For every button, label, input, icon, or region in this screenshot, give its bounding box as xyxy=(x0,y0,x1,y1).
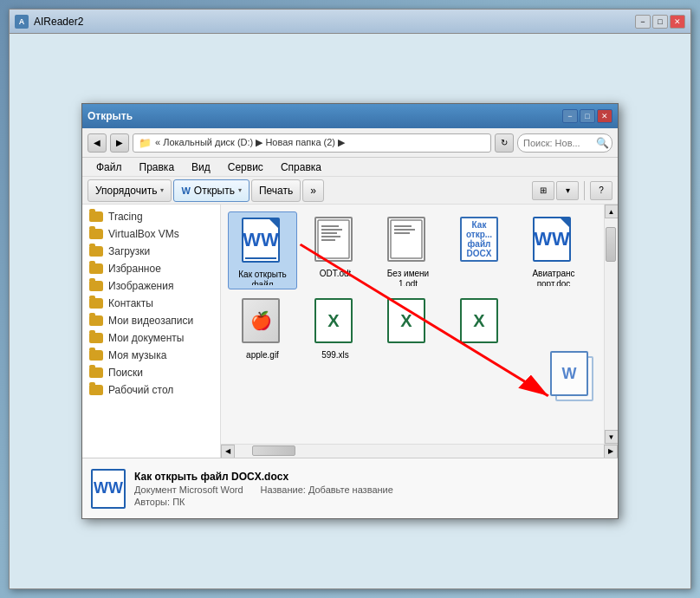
sidebar-item-searches[interactable]: Поиски xyxy=(82,364,220,381)
menu-view[interactable]: Вид xyxy=(185,159,217,175)
sidebar-label-tracing: Tracing xyxy=(108,211,143,223)
print-button[interactable]: Печать xyxy=(251,179,301,202)
svg-rect-4 xyxy=(321,236,340,237)
scroll-thumb[interactable] xyxy=(606,227,616,262)
scroll-track[interactable] xyxy=(605,218,619,430)
file-item-xls2[interactable]: X xyxy=(373,293,443,371)
file-item-preview[interactable]: Как откр... файл DOCX xyxy=(446,211,515,289)
file-area-inner: W Как открыть файл DOCX.docx xyxy=(221,205,618,444)
sidebar: Tracing VirtualBox VMs Загрузки Избранно… xyxy=(82,205,221,458)
file-label-odt2: Без имени 1.odt xyxy=(377,269,439,286)
file-label-doc: Авиатранс порт.doc xyxy=(522,269,585,286)
file-label-gif: apple.gif xyxy=(246,350,279,361)
svg-rect-2 xyxy=(321,229,342,231)
address-text: « Локальный диск (D:) ▶ Новая папка (2) … xyxy=(155,137,345,148)
sidebar-label-contacts: Контакты xyxy=(108,297,153,309)
view-dropdown-button[interactable]: ▾ xyxy=(556,181,579,200)
file-label-docx: Как открыть файл DOCX.docx xyxy=(232,270,293,285)
folder-icon: 📁 xyxy=(139,137,152,149)
sidebar-item-desktop[interactable]: Рабочий стол xyxy=(82,381,220,399)
address-path[interactable]: 📁 « Локальный диск (D:) ▶ Новая папка (2… xyxy=(133,133,491,153)
horizontal-scrollbar[interactable]: ◀ ▶ xyxy=(221,444,618,458)
file-item-gif[interactable]: 🍎 apple.gif xyxy=(228,293,297,371)
hscroll-track[interactable] xyxy=(235,445,604,458)
file-item-odt2[interactable]: Без имени 1.odt xyxy=(373,211,443,289)
status-name-value: Добавьте название xyxy=(308,484,393,495)
scroll-left-button[interactable]: ◀ xyxy=(221,445,235,458)
search-input[interactable] xyxy=(523,138,593,148)
status-doctype: Документ Microsoft Word xyxy=(134,484,243,495)
status-authors-label: Авторы: xyxy=(134,497,170,507)
sidebar-item-videos[interactable]: Мои видеозаписи xyxy=(82,312,220,329)
scroll-right-button[interactable]: ▶ xyxy=(604,445,618,458)
file-grid: W Как открыть файл DOCX.docx xyxy=(221,205,604,444)
more-label: » xyxy=(310,185,316,197)
toolbar: Упорядочить ▾ W Открыть ▾ Печать » ⊞ xyxy=(82,177,618,205)
search-icon: 🔍 xyxy=(596,137,609,149)
sidebar-item-downloads[interactable]: Загрузки xyxy=(82,243,220,260)
status-info: Как открыть файл DOCX.docx Документ Micr… xyxy=(134,471,393,507)
folder-icon-tracing xyxy=(89,211,103,222)
dialog-minimize-button[interactable]: − xyxy=(562,109,578,123)
sidebar-label-documents: Мои документы xyxy=(108,332,184,344)
sidebar-item-contacts[interactable]: Контакты xyxy=(82,295,220,312)
open-button[interactable]: W Открыть ▾ xyxy=(173,179,250,202)
outer-title: AIReader2 xyxy=(34,16,635,28)
scroll-up-button[interactable]: ▲ xyxy=(605,205,619,218)
menu-help[interactable]: Справка xyxy=(274,159,328,175)
sidebar-item-favorites[interactable]: Избранное xyxy=(82,260,220,277)
forward-button[interactable]: ▶ xyxy=(110,133,129,153)
dialog-titlebar: Открыть − □ ✕ xyxy=(82,104,618,128)
menu-bar: Файл Правка Вид Сервис Справка xyxy=(82,158,618,177)
menu-service[interactable]: Сервис xyxy=(221,159,270,175)
organize-button[interactable]: Упорядочить ▾ xyxy=(88,179,172,202)
help-button[interactable]: ? xyxy=(590,181,612,200)
sidebar-item-virtualbox[interactable]: VirtualBox VMs xyxy=(82,225,220,243)
organize-label: Упорядочить xyxy=(95,185,157,197)
file-item-odt[interactable]: ODT.odt xyxy=(301,211,370,289)
word-open-icon: W xyxy=(181,185,190,196)
search-box[interactable]: 🔍 xyxy=(517,133,612,153)
folder-icon-desktop xyxy=(89,385,103,395)
dialog-close-button[interactable]: ✕ xyxy=(597,109,612,123)
sidebar-label-desktop: Рабочий стол xyxy=(108,384,173,396)
vertical-scrollbar[interactable]: ▲ ▼ xyxy=(604,205,618,444)
file-item-doc[interactable]: W Авиатранс порт.doc xyxy=(519,211,588,289)
file-item-xls3[interactable]: X xyxy=(446,293,515,371)
outer-maximize-button[interactable]: □ xyxy=(652,15,668,29)
svg-rect-9 xyxy=(394,232,410,234)
gif-icon: 🍎 xyxy=(242,298,283,347)
outer-titlebar: A AIReader2 − □ ✕ xyxy=(10,10,690,34)
folder-icon-images xyxy=(89,281,103,291)
odt2-icon xyxy=(387,217,429,265)
sidebar-item-music[interactable]: Моя музыка xyxy=(82,347,220,364)
sidebar-label-images: Изображения xyxy=(108,280,173,292)
back-button[interactable]: ◀ xyxy=(88,133,107,153)
svg-rect-3 xyxy=(321,232,337,234)
sidebar-label-downloads: Загрузки xyxy=(108,245,150,257)
sidebar-label-favorites: Избранное xyxy=(108,263,161,275)
dialog-maximize-button[interactable]: □ xyxy=(580,109,595,123)
sidebar-item-documents[interactable]: Мои документы xyxy=(82,329,220,347)
menu-file[interactable]: Файл xyxy=(89,159,129,175)
more-button[interactable]: » xyxy=(302,179,324,202)
scroll-down-button[interactable]: ▼ xyxy=(605,430,619,444)
file-item-docx[interactable]: W Как открыть файл DOCX.docx xyxy=(228,211,297,289)
status-authors-value: ПК xyxy=(172,497,185,507)
sidebar-item-tracing[interactable]: Tracing xyxy=(82,208,220,225)
view-toggle-button[interactable]: ⊞ xyxy=(532,181,554,200)
hscroll-thumb[interactable] xyxy=(252,445,295,456)
open-dropdown-icon: ▾ xyxy=(238,186,242,194)
outer-minimize-button[interactable]: − xyxy=(635,15,651,29)
outer-close-button[interactable]: ✕ xyxy=(670,15,685,29)
xls2-icon: X xyxy=(387,298,429,347)
file-area-wrapper: W Как открыть файл DOCX.docx xyxy=(221,205,618,458)
svg-rect-5 xyxy=(321,239,335,241)
sidebar-item-images[interactable]: Изображения xyxy=(82,277,220,295)
file-item-xls[interactable]: X 599.xls xyxy=(301,293,370,371)
refresh-button[interactable]: ↻ xyxy=(495,133,514,153)
menu-edit[interactable]: Правка xyxy=(133,159,182,175)
folder-icon-videos xyxy=(89,315,103,326)
file-label-xls: 599.xls xyxy=(321,350,349,361)
status-bar: W Как открыть файл DOCX.docx Документ Mi… xyxy=(82,458,618,518)
